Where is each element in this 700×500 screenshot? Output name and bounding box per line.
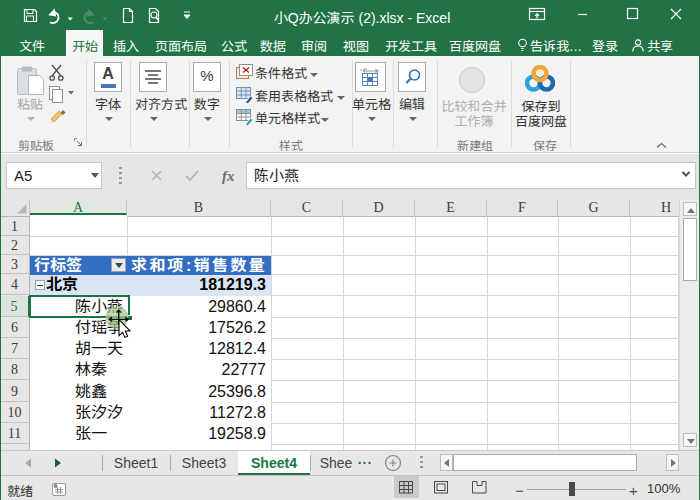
svg-text:fx: fx (222, 168, 235, 184)
